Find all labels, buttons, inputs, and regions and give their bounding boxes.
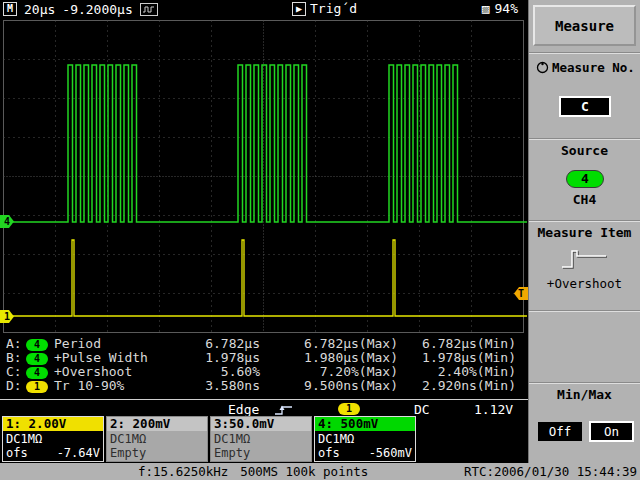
trigger-coupling: DC — [414, 403, 430, 416]
measurement-max: 1.980μs(Max) — [260, 351, 398, 365]
knob-icon — [536, 61, 549, 74]
measurement-min: 2.920ns(Min) — [398, 379, 516, 393]
channel-status-label: ofs — [318, 446, 340, 460]
panel-divider — [529, 52, 640, 54]
measurement-name: +Pulse Width — [54, 351, 194, 365]
top-right-indicators: ▨ 94% — [482, 1, 518, 16]
measurement-value: 6.782μs — [194, 337, 260, 351]
rtc-clock: RTC:2006/01/30 15:44:39 — [464, 463, 637, 480]
measurement-row-a: A: 4 Period 6.782μs 6.782μs(Max) 6.782μs… — [0, 337, 528, 351]
measure-item-value[interactable]: +Overshoot — [529, 276, 640, 291]
channel-badge-wrap: 4 — [26, 351, 54, 365]
measure-no-value[interactable]: C — [559, 96, 611, 117]
frequency-readout: f:15.6250kHz — [138, 463, 228, 480]
channel-status-label: ofs — [6, 446, 28, 460]
channel-box-3[interactable]: 3:50.0mV DC1MΩ Empty — [210, 416, 312, 462]
channel-box-1[interactable]: 1: 2.00V DC1MΩ ofs -7.64V — [2, 416, 104, 462]
panel-divider — [529, 382, 640, 384]
measurement-row-c: C: 4 +Overshoot 5.60% 7.20%(Max) 2.40%(M… — [0, 365, 528, 379]
channel-scale: 3:50.0mV — [211, 417, 311, 431]
channel-badge: 4 — [26, 367, 48, 379]
acquisition-icon — [140, 3, 158, 16]
storage-icon: ▨ — [482, 1, 490, 16]
source-channel-name[interactable]: CH4 — [529, 192, 640, 207]
delay-readout: -9.2000μs — [62, 2, 132, 17]
overshoot-icon — [560, 246, 610, 272]
panel-divider — [529, 138, 640, 140]
measurement-row-d: D: 1 Tr 10-90% 3.580ns 9.500ns(Max) 2.92… — [0, 379, 528, 393]
channel-status-value: -7.64V — [57, 446, 100, 460]
top-bar: M 20μs -9.2000μs ▶ Trig´d ▨ 94% — [0, 0, 528, 18]
sample-rate-readout: 500MS 100k points — [240, 463, 368, 480]
minmax-section-label: Min/Max — [529, 387, 640, 402]
trigger-level: 1.12V — [474, 403, 513, 416]
channel-scale: 1: 2.00V — [3, 417, 103, 431]
channel-scale: 4: 500mV — [315, 417, 415, 431]
measurement-min: 2.40%(Min) — [398, 365, 516, 379]
channel-details: DC1MΩ Empty — [211, 431, 311, 461]
minmax-on-button[interactable]: On — [589, 421, 634, 442]
trigger-status-text: Trig´d — [310, 1, 357, 16]
channel-coupling: DC1MΩ — [6, 432, 100, 446]
measurement-slot: C: — [6, 365, 26, 379]
measurement-min: 6.782μs(Min) — [398, 337, 516, 351]
panel-divider — [529, 220, 640, 222]
measurement-min: 1.978μs(Min) — [398, 351, 516, 365]
minmax-off-button[interactable]: Off — [538, 422, 582, 441]
timebase-readout: 20μs — [24, 2, 55, 17]
channel-badge-wrap: 4 — [26, 365, 54, 379]
channel-badge: 4 — [26, 353, 48, 365]
channel-details: DC1MΩ ofs -7.64V — [3, 431, 103, 461]
measurement-value: 3.580ns — [194, 379, 260, 393]
separator-line — [0, 399, 528, 400]
source-channel-badge[interactable]: 4 — [566, 170, 604, 188]
channel-badge-wrap: 4 — [26, 337, 54, 351]
channel-info-boxes: 1: 2.00V DC1MΩ ofs -7.64V 2: 200mV DC1MΩ… — [2, 416, 416, 462]
bottom-status-bar: f:15.6250kHz 500MS 100k points RTC:2006/… — [0, 463, 640, 480]
channel-status-label: Empty — [110, 446, 146, 460]
channel-details: DC1MΩ ofs -560mV — [315, 431, 415, 461]
channel-coupling: DC1MΩ — [110, 432, 204, 446]
channel-scale: 2: 200mV — [107, 417, 207, 431]
measurement-max: 7.20%(Max) — [260, 365, 398, 379]
panel-divider — [529, 310, 640, 312]
measurement-name: Period — [54, 337, 194, 351]
play-icon: ▶ — [292, 2, 306, 16]
rising-edge-icon — [274, 403, 294, 416]
trigger-mode: Edge — [228, 403, 259, 416]
soft-menu-panel: Measure Measure No. C Source 4 CH4 Measu… — [528, 0, 640, 463]
measurement-slot: A: — [6, 337, 26, 351]
measure-item-section-label: Measure Item — [529, 225, 640, 240]
measurement-readouts: A: 4 Period 6.782μs 6.782μs(Max) 6.782μs… — [0, 337, 528, 393]
waveform-display: 4 1 T A: 4 Period 6.782μs 6.782μs(Max) 6… — [0, 18, 528, 463]
oscilloscope-screen: M 20μs -9.2000μs ▶ Trig´d ▨ 94% 4 1 T A:… — [0, 0, 640, 480]
measure-no-label: Measure No. — [552, 60, 635, 75]
measurement-value: 5.60% — [194, 365, 260, 379]
battery-percent: 94% — [495, 1, 518, 16]
acquisition-status: f:15.6250kHz 500MS 100k points — [138, 463, 368, 480]
measurement-slot: B: — [6, 351, 26, 365]
channel-box-4[interactable]: 4: 500mV DC1MΩ ofs -560mV — [314, 416, 416, 462]
menu-icon[interactable]: M — [3, 2, 17, 16]
trigger-source-badge: 1 — [338, 403, 360, 415]
channel-coupling: DC1MΩ — [214, 432, 308, 446]
measurement-name: Tr 10-90% — [54, 379, 194, 393]
channel-badge: 4 — [26, 339, 48, 351]
channel-status-label: Empty — [214, 446, 250, 460]
measure-no-row: Measure No. — [536, 60, 635, 75]
channel-box-2[interactable]: 2: 200mV DC1MΩ Empty — [106, 416, 208, 462]
channel-details: DC1MΩ Empty — [107, 431, 207, 461]
trigger-status: ▶ Trig´d — [292, 1, 357, 16]
channel-badge-wrap: 1 — [26, 379, 54, 393]
measurement-max: 6.782μs(Max) — [260, 337, 398, 351]
measurement-max: 9.500ns(Max) — [260, 379, 398, 393]
channel-badge: 1 — [26, 381, 48, 393]
measurement-value: 1.978μs — [194, 351, 260, 365]
measurement-name: +Overshoot — [54, 365, 194, 379]
source-section-label: Source — [529, 143, 640, 158]
channel-status-value: -560mV — [369, 446, 412, 460]
measurement-slot: D: — [6, 379, 26, 393]
measure-menu-button[interactable]: Measure — [533, 5, 636, 46]
trigger-settings-row[interactable]: Edge 1 DC 1.12V — [0, 403, 528, 416]
graticule — [0, 18, 528, 336]
